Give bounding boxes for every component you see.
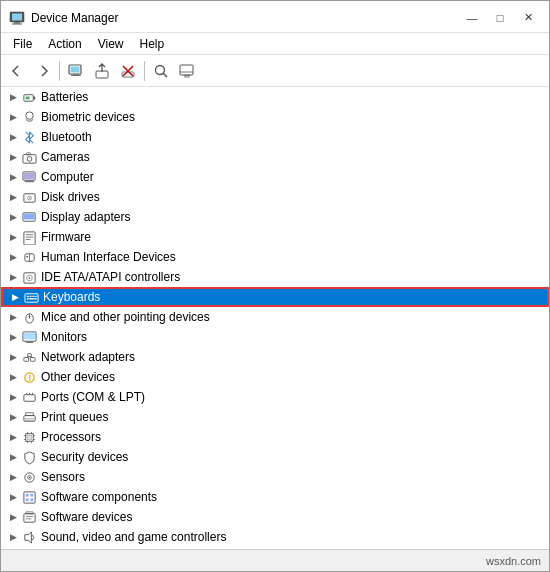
expand-display-adapters[interactable]: ▶ — [5, 209, 21, 225]
svg-point-28 — [28, 197, 29, 198]
back-icon — [10, 64, 24, 78]
svg-rect-6 — [73, 74, 79, 75]
toolbar-separator-2 — [144, 61, 145, 81]
processors-label: Processors — [41, 430, 101, 444]
tree-item-mice[interactable]: ▶ Mice and other pointing devices — [1, 307, 549, 327]
sensors-icon — [21, 469, 37, 485]
svg-rect-16 — [33, 96, 35, 99]
tree-item-display-adapters[interactable]: ▶ Display adapters — [1, 207, 549, 227]
close-button[interactable]: ✕ — [515, 8, 541, 28]
tree-item-biometric[interactable]: ▶ Biometric devices — [1, 107, 549, 127]
bluetooth-label: Bluetooth — [41, 130, 92, 144]
expand-ide[interactable]: ▶ — [5, 269, 21, 285]
scan-button[interactable] — [149, 59, 173, 83]
svg-line-59 — [26, 356, 29, 357]
back-button[interactable] — [5, 59, 29, 83]
expand-mice[interactable]: ▶ — [5, 309, 21, 325]
mice-icon — [21, 309, 37, 325]
sensors-label: Sensors — [41, 470, 85, 484]
expand-firmware[interactable]: ▶ — [5, 229, 21, 245]
security-devices-label: Security devices — [41, 450, 128, 464]
uninstall-button[interactable] — [116, 59, 140, 83]
computer-properties-button[interactable] — [64, 59, 88, 83]
svg-rect-46 — [26, 297, 28, 298]
computer-label: Computer — [41, 170, 94, 184]
expand-other-devices[interactable]: ▶ — [5, 369, 21, 385]
tree-item-hid[interactable]: ▶ Human Interface Devices — [1, 247, 549, 267]
tree-item-software-components[interactable]: ▶ Software components — [1, 487, 549, 507]
expand-security-devices[interactable]: ▶ — [5, 449, 21, 465]
tree-item-keyboards[interactable]: ▶ Keyboards — [1, 287, 549, 307]
toolbar-separator-1 — [59, 61, 60, 81]
tree-item-cameras[interactable]: ▶ Cameras — [1, 147, 549, 167]
tree-item-bluetooth[interactable]: ▶ Bluetooth — [1, 127, 549, 147]
batteries-icon — [21, 89, 37, 105]
tree-item-other-devices[interactable]: ▶ ! Other devices — [1, 367, 549, 387]
software-devices-icon — [21, 509, 37, 525]
tree-item-sound-video[interactable]: ▶ Sound, video and game controllers — [1, 527, 549, 547]
tree-item-computer[interactable]: ▶ Computer — [1, 167, 549, 187]
expand-hid[interactable]: ▶ — [5, 249, 21, 265]
title-bar: Device Manager — □ ✕ — [1, 1, 549, 33]
svg-rect-44 — [32, 295, 34, 296]
sound-video-label: Sound, video and game controllers — [41, 530, 226, 544]
disk-drives-label: Disk drives — [41, 190, 100, 204]
expand-sound-video[interactable]: ▶ — [5, 529, 21, 545]
sound-video-icon — [21, 529, 37, 545]
expand-software-components[interactable]: ▶ — [5, 489, 21, 505]
expand-processors[interactable]: ▶ — [5, 429, 21, 445]
update-driver-button[interactable] — [90, 59, 114, 83]
expand-print-queues[interactable]: ▶ — [5, 409, 21, 425]
expand-cameras[interactable]: ▶ — [5, 149, 21, 165]
scan-icon — [153, 63, 169, 79]
tree-item-batteries[interactable]: ▶ Batteries — [1, 87, 549, 107]
menu-file[interactable]: File — [5, 35, 40, 53]
biometric-label: Biometric devices — [41, 110, 135, 124]
menu-help[interactable]: Help — [132, 35, 173, 53]
svg-rect-21 — [26, 152, 30, 154]
computer-icon — [21, 169, 37, 185]
security-devices-icon — [21, 449, 37, 465]
svg-marker-92 — [24, 531, 31, 542]
other-devices-icon: ! — [21, 369, 37, 385]
svg-rect-43 — [29, 295, 31, 296]
svg-rect-56 — [23, 357, 28, 361]
menu-view[interactable]: View — [90, 35, 132, 53]
print-queues-label: Print queues — [41, 410, 108, 424]
expand-bluetooth[interactable]: ▶ — [5, 129, 21, 145]
display-button[interactable] — [175, 59, 199, 83]
tree-item-network-adapters[interactable]: ▶ Network adapters — [1, 347, 549, 367]
expand-disk-drives[interactable]: ▶ — [5, 189, 21, 205]
tree-item-processors[interactable]: ▶ Processors — [1, 427, 549, 447]
svg-rect-54 — [27, 341, 31, 342]
tree-item-security-devices[interactable]: ▶ Security devices — [1, 447, 549, 467]
expand-computer[interactable]: ▶ — [5, 169, 21, 185]
expand-keyboards[interactable]: ▶ — [7, 289, 23, 305]
tree-item-ports[interactable]: ▶ Ports (COM & LPT) — [1, 387, 549, 407]
computer-properties-icon — [68, 63, 84, 79]
network-adapters-icon — [21, 349, 37, 365]
expand-batteries[interactable]: ▶ — [5, 89, 21, 105]
svg-rect-8 — [96, 71, 108, 78]
expand-sensors[interactable]: ▶ — [5, 469, 21, 485]
expand-software-devices[interactable]: ▶ — [5, 509, 21, 525]
tree-item-monitors[interactable]: ▶ Monitors — [1, 327, 549, 347]
menu-action[interactable]: Action — [40, 35, 89, 53]
svg-rect-3 — [12, 23, 22, 24]
tree-item-disk-drives[interactable]: ▶ Disk drives — [1, 187, 549, 207]
svg-line-60 — [29, 356, 32, 357]
tree-item-firmware[interactable]: ▶ Firmware — [1, 227, 549, 247]
expand-biometric[interactable]: ▶ — [5, 109, 21, 125]
svg-rect-48 — [34, 297, 36, 298]
tree-item-software-devices[interactable]: ▶ Software devices — [1, 507, 549, 527]
minimize-button[interactable]: — — [459, 8, 485, 28]
maximize-button[interactable]: □ — [487, 8, 513, 28]
tree-item-sensors[interactable]: ▶ Sensors — [1, 467, 549, 487]
tree-item-ide[interactable]: ▶ IDE ATA/ATAPI controllers — [1, 267, 549, 287]
forward-button[interactable] — [31, 59, 55, 83]
expand-ports[interactable]: ▶ — [5, 389, 21, 405]
tree-item-print-queues[interactable]: ▶ Print queues — [1, 407, 549, 427]
expand-monitors[interactable]: ▶ — [5, 329, 21, 345]
expand-network-adapters[interactable]: ▶ — [5, 349, 21, 365]
device-tree[interactable]: ▶ Batteries ▶ Biometric devices ▶ Blueto… — [1, 87, 549, 549]
